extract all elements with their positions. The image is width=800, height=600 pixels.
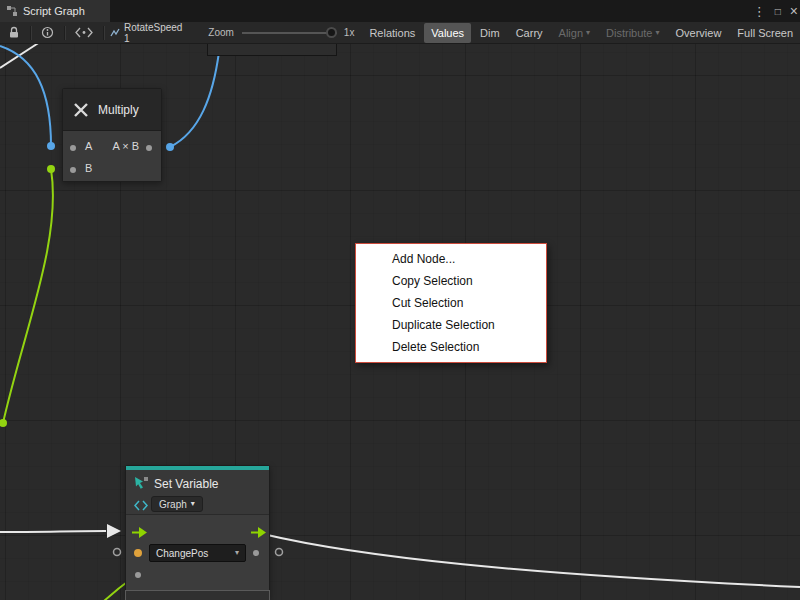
toolbar-divider	[103, 26, 104, 40]
clipped-node-top[interactable]	[207, 42, 337, 56]
clipped-node-bottom[interactable]	[125, 590, 270, 600]
window-close-icon[interactable]: ×	[790, 3, 798, 19]
zoom-slider-handle[interactable]	[326, 27, 337, 38]
input-port-b[interactable]	[70, 167, 76, 173]
port-label-b: B	[85, 162, 92, 174]
tab-script-graph[interactable]: Script Graph	[0, 0, 110, 22]
variable-name-port[interactable]	[134, 549, 142, 557]
toolbar-buttons: Relations Values Dim Carry Align▾ Distri…	[362, 22, 800, 44]
lock-icon[interactable]	[8, 26, 20, 39]
graph-breadcrumb[interactable]: RotateSpeed 1	[110, 22, 188, 44]
port-label-output: A × B	[112, 140, 139, 152]
zoom-slider[interactable]	[242, 32, 337, 34]
menu-item-add-node[interactable]: Add Node...	[356, 248, 546, 270]
multiply-x-icon	[71, 100, 91, 120]
port-label-a: A	[85, 140, 92, 152]
window-menu-icon[interactable]: ⋮	[753, 4, 766, 19]
value-input-port[interactable]	[135, 572, 141, 578]
set-variable-icon	[134, 476, 149, 495]
graph-toolbar: RotateSpeed 1 Zoom 1x Relations Values D…	[0, 22, 800, 44]
set-variable-node[interactable]: Set Variable Graph ▾ ChangePos ▾	[125, 465, 270, 600]
chevron-down-icon: ▾	[235, 549, 239, 557]
input-port-a[interactable]	[70, 145, 76, 151]
graph-name-label: RotateSpeed 1	[124, 22, 188, 44]
window-titlebar: Script Graph ⋮ □ ×	[0, 0, 800, 22]
zoom-value: 1x	[344, 27, 355, 38]
set-variable-header[interactable]: Set Variable Graph ▾	[126, 470, 269, 515]
multiply-node-header[interactable]: Multiply	[63, 89, 161, 131]
chevron-down-icon: ▾	[656, 29, 660, 37]
multiply-node-body: A A × B B	[63, 131, 161, 181]
menu-item-duplicate-selection[interactable]: Duplicate Selection	[356, 314, 546, 336]
scope-label: Graph	[159, 499, 187, 510]
multiply-node-title: Multiply	[98, 103, 139, 117]
toolbar-divider	[30, 26, 31, 40]
relations-button[interactable]: Relations	[362, 23, 422, 43]
script-graph-icon	[6, 5, 18, 17]
set-variable-body: ChangePos ▾	[126, 515, 269, 600]
code-scope-icon	[134, 497, 148, 515]
zoom-control: Zoom 1x	[208, 27, 354, 38]
variable-name: ChangePos	[156, 548, 208, 559]
window-controls: ⋮ □ ×	[753, 0, 798, 22]
align-button[interactable]: Align▾	[552, 23, 597, 43]
toolbar-left-group	[0, 26, 104, 40]
values-button[interactable]: Values	[424, 23, 471, 43]
set-variable-title: Set Variable	[154, 477, 218, 491]
dim-button[interactable]: Dim	[473, 23, 507, 43]
context-menu: Add Node... Copy Selection Cut Selection…	[355, 243, 547, 363]
menu-item-delete-selection[interactable]: Delete Selection	[356, 336, 546, 358]
window-maximize-icon[interactable]: □	[775, 6, 781, 17]
info-icon[interactable]	[41, 26, 54, 39]
code-values-icon[interactable]	[75, 27, 93, 38]
tab-label: Script Graph	[23, 5, 85, 17]
variable-scope-dropdown[interactable]: Graph ▾	[151, 496, 203, 512]
overview-button[interactable]: Overview	[669, 23, 729, 43]
menu-item-cut-selection[interactable]: Cut Selection	[356, 292, 546, 314]
distribute-button[interactable]: Distribute▾	[599, 23, 666, 43]
chevron-down-icon: ▾	[191, 500, 195, 508]
flow-output-arrow-icon[interactable]	[251, 525, 267, 543]
menu-item-copy-selection[interactable]: Copy Selection	[356, 270, 546, 292]
value-output-port[interactable]	[253, 550, 259, 556]
graph-mini-icon	[110, 28, 120, 38]
carry-button[interactable]: Carry	[509, 23, 550, 43]
zoom-label: Zoom	[208, 27, 234, 38]
chevron-down-icon: ▾	[586, 29, 590, 37]
output-port[interactable]	[146, 145, 152, 151]
script-graph-window: Multiply A A × B B Set Variable Graph ▾	[0, 0, 800, 600]
full-screen-button[interactable]: Full Screen	[730, 23, 800, 43]
multiply-node[interactable]: Multiply A A × B B	[62, 88, 162, 182]
toolbar-divider	[64, 26, 65, 40]
flow-input-arrow-icon[interactable]	[132, 525, 148, 543]
variable-name-dropdown[interactable]: ChangePos ▾	[149, 544, 246, 562]
